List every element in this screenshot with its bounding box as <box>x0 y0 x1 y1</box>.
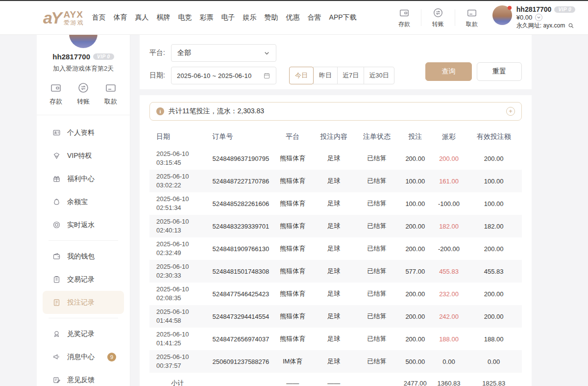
cell-status: 已结算 <box>355 350 398 373</box>
table-row[interactable]: 2025-06-1003:02:22 5248487227170786 熊猫体育… <box>149 170 522 192</box>
quick-date-today[interactable]: 今日 <box>289 67 314 84</box>
table-row[interactable]: 2025-06-1000:37:57 2506091237588276 IM体育… <box>149 350 522 373</box>
cell-payout: 188.00 <box>432 328 466 350</box>
search-button[interactable]: 查询 <box>425 62 472 81</box>
subtotal-valid: 1825.83 <box>466 373 522 386</box>
cell-platform: 熊猫体育 <box>273 283 312 305</box>
table-row[interactable]: 2025-06-1001:41:25 5248472656974037 熊猫体育… <box>149 328 522 350</box>
cell-date: 2025-06-10 <box>156 172 206 181</box>
cell-payout: 200.00 <box>432 147 466 170</box>
nav-live[interactable]: 真人 <box>135 13 149 22</box>
cell-order: 5248481909766130 <box>206 237 273 260</box>
cell-platform: 熊猫体育 <box>273 192 312 215</box>
username: hh2817700 <box>516 5 552 13</box>
withdraw-icon <box>105 82 117 94</box>
cell-status: 已结算 <box>355 215 398 237</box>
quick-date-30days[interactable]: 近30日 <box>364 67 394 84</box>
sidebar-item-label: 意见反馈 <box>67 376 95 385</box>
nav-promo[interactable]: 优惠 <box>286 13 300 22</box>
search-icon[interactable] <box>568 23 574 29</box>
subtotal-row: 小计 —— —— 2477.00 1360.83 1825.83 <box>149 373 522 386</box>
cell-payout: 182.00 <box>432 215 466 237</box>
cell-payout: 232.00 <box>432 283 466 305</box>
quick-date-7days[interactable]: 近7日 <box>337 67 364 84</box>
cell-valid: 182.00 <box>466 215 522 237</box>
header-deposit-button[interactable]: 存款 <box>392 7 417 28</box>
sidebar-item-rebate[interactable]: 实时返水 <box>43 213 124 236</box>
platform-label: 平台: <box>149 49 171 57</box>
page: aY AYX 爱游戏 首页 体育 真人 棋牌 电竞 彩票 电子 娱乐 赞助 优惠… <box>0 0 588 386</box>
sidebar-item-redeem[interactable]: 兑奖记录 <box>43 322 124 345</box>
sidebar-item-label: 我的钱包 <box>67 252 95 261</box>
cell-bet: 200.00 <box>398 147 432 170</box>
table-row[interactable]: 2025-06-1002:51:34 5248485282261606 熊猫体育… <box>149 192 522 215</box>
table-row[interactable]: 2025-06-1002:40:13 5248483239339701 熊猫体育… <box>149 215 522 237</box>
divider <box>37 115 130 115</box>
sidebar-item-yuebao[interactable]: 余额宝 <box>43 190 124 213</box>
table-row[interactable]: 2025-06-1002:30:33 5248481501748308 熊猫体育… <box>149 260 522 283</box>
nav-esports[interactable]: 电竞 <box>178 13 192 22</box>
nav-sports[interactable]: 体育 <box>114 13 127 22</box>
logo-title: AYX <box>64 10 84 20</box>
sidebar-item-wallet[interactable]: 我的钱包 <box>43 245 124 268</box>
table-row[interactable]: 2025-06-1002:32:49 5248481909766130 熊猫体育… <box>149 237 522 260</box>
user-block[interactable]: hh2817700 VIP 0 ¥0.00 永久网址: ayx.com <box>492 5 575 30</box>
sidebar-item-label: 个人资料 <box>67 129 95 137</box>
sidebar-withdraw-button[interactable]: 取款 <box>104 82 117 106</box>
date-range-input[interactable]: 2025-06-10 ~ 2025-06-10 <box>171 67 276 84</box>
cell-content: 足球 <box>312 170 355 192</box>
nav-app-download[interactable]: APP下载 <box>329 13 357 22</box>
cell-date: 2025-06-10 <box>156 195 206 204</box>
rebate-ring-icon <box>52 221 61 229</box>
logo[interactable]: aY AYX 爱游戏 <box>43 9 84 26</box>
header-withdraw-button[interactable]: 取款 <box>459 7 485 28</box>
header-transfer-label: 转账 <box>432 20 444 28</box>
sidebar-item-transactions[interactable]: 交易记录 <box>43 268 124 291</box>
nav-sponsor[interactable]: 赞助 <box>265 13 278 22</box>
sidebar-item-profile[interactable]: 个人资料 <box>43 121 124 144</box>
nav-home[interactable]: 首页 <box>92 13 106 22</box>
profile-joined-text: 加入爱游戏体育第2天 <box>37 64 130 73</box>
deposit-icon <box>50 82 62 94</box>
sidebar-transfer-button[interactable]: 转账 <box>77 82 90 106</box>
balance-refresh-button[interactable] <box>535 14 542 21</box>
transfer-icon <box>77 82 89 94</box>
cell-date: 2025-06-10 <box>156 353 206 361</box>
sidebar-item-label: 消息中心 <box>67 353 95 361</box>
sidebar-item-messages[interactable]: 消息中心 9 <box>43 345 124 368</box>
cell-date: 2025-06-10 <box>156 262 206 271</box>
cell-valid: 200.00 <box>466 283 522 305</box>
table-header-row: 日期 订单号 平台 投注内容 注单状态 投注 派彩 有效投注额 <box>149 127 522 147</box>
sidebar-deposit-button[interactable]: 存款 <box>49 82 62 106</box>
piggy-bank-icon <box>52 198 61 206</box>
nav-affiliate[interactable]: 合营 <box>308 13 321 22</box>
table-row[interactable]: 2025-06-1002:08:35 5248477546425423 熊猫体育… <box>149 283 522 305</box>
sidebar-item-welfare[interactable]: 福利中心 <box>43 167 124 190</box>
cell-status: 已结算 <box>355 192 398 215</box>
sidebar-item-label: 福利中心 <box>67 175 95 183</box>
platform-select[interactable]: 全部 <box>171 44 276 62</box>
cell-order: 5248489637190795 <box>206 147 273 170</box>
sidebar-item-vip[interactable]: VIP特权 <box>43 144 124 167</box>
nav-entertainment[interactable]: 娱乐 <box>243 13 257 22</box>
balance: ¥0.00 <box>516 14 533 21</box>
sidebar-item-feedback[interactable]: 意见反馈 <box>43 368 124 386</box>
col-status: 注单状态 <box>355 127 398 147</box>
expand-plus-icon[interactable]: + <box>506 107 515 116</box>
quick-date-yesterday[interactable]: 昨日 <box>313 67 338 84</box>
sidebar-item-bet-records[interactable]: 投注记录 <box>43 291 124 314</box>
cell-payout: -100.00 <box>432 192 466 215</box>
nav-slots[interactable]: 电子 <box>221 13 235 22</box>
header-transfer-button[interactable]: 转账 <box>425 7 451 28</box>
user-avatar[interactable] <box>492 5 512 25</box>
nav-chess[interactable]: 棋牌 <box>157 13 171 22</box>
col-platform: 平台 <box>273 127 312 147</box>
subtotal-status <box>355 373 398 386</box>
chevron-down-icon <box>264 50 270 56</box>
cell-content: 足球 <box>312 147 355 170</box>
table-row[interactable]: 2025-06-1003:15:45 5248489637190795 熊猫体育… <box>149 147 522 170</box>
table-row[interactable]: 2025-06-1001:44:58 5248473294414554 熊猫体育… <box>149 305 522 328</box>
main-content: 平台: 全部 日期: 2025-06-10 ~ 2025-06-10 今日 昨日… <box>140 34 532 386</box>
nav-lottery[interactable]: 彩票 <box>200 13 214 22</box>
reset-button[interactable]: 重置 <box>477 62 522 81</box>
